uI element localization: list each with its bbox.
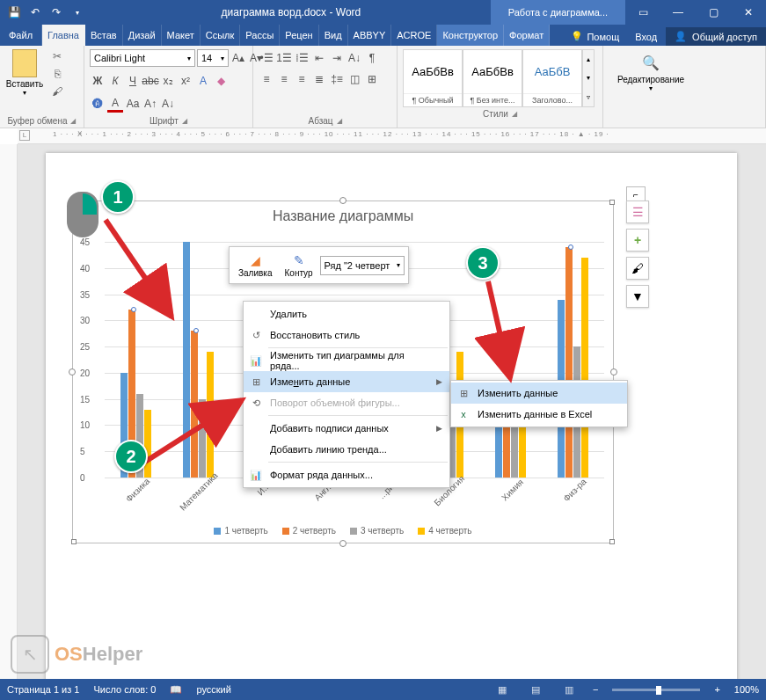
save-icon[interactable]: 💾: [7, 5, 21, 19]
paragraph-launcher-icon[interactable]: ◢: [337, 117, 342, 125]
italic-button[interactable]: К: [107, 72, 123, 90]
status-words[interactable]: Число слов: 0: [93, 684, 156, 695]
minimize-icon[interactable]: —: [660, 0, 696, 25]
tab-file[interactable]: Файл: [0, 25, 42, 46]
zoom-level[interactable]: 100%: [734, 684, 759, 695]
increase-indent-icon[interactable]: ⇥: [329, 49, 345, 67]
align-center-icon[interactable]: ≡: [276, 70, 292, 88]
status-language[interactable]: русский: [196, 684, 230, 695]
chart-styles-icon[interactable]: 🖌: [626, 257, 649, 280]
numbering-icon[interactable]: 1☰: [276, 49, 292, 67]
align-left-icon[interactable]: ≡: [259, 70, 274, 88]
tab-references[interactable]: Ссылк: [201, 25, 241, 46]
highlight-icon[interactable]: 🅐: [90, 95, 106, 113]
outline-button[interactable]: ✎ Контур: [280, 251, 318, 280]
redo-icon[interactable]: ↷: [49, 5, 63, 19]
paste-button[interactable]: Вставить ▾: [5, 49, 44, 97]
line-spacing-icon[interactable]: ‡≡: [329, 70, 345, 88]
resize-handle[interactable]: [610, 368, 617, 376]
style-heading1[interactable]: АаБбВ Заголово...: [522, 49, 582, 107]
zoom-slider[interactable]: [612, 689, 700, 691]
sign-in[interactable]: Вход: [626, 28, 666, 46]
status-page[interactable]: Страница 1 из 1: [7, 684, 79, 695]
ribbon-options-icon[interactable]: ▭: [625, 0, 660, 25]
chart-elements-icon[interactable]: +: [626, 229, 649, 252]
zoom-in-icon[interactable]: +: [714, 684, 719, 695]
sub-edit-data[interactable]: ⊞Изменить данные: [451, 383, 627, 404]
resize-handle[interactable]: [609, 539, 615, 544]
maximize-icon[interactable]: ▢: [696, 0, 731, 25]
view-print-icon[interactable]: ▤: [526, 682, 545, 697]
ctx-reset-style[interactable]: ↺Восстановить стиль: [244, 324, 449, 346]
series-selector[interactable]: Ряд "2 четверт▾: [320, 256, 405, 275]
font-size-selector[interactable]: 14▾: [197, 49, 229, 67]
grow-font2-icon[interactable]: A↑: [142, 95, 158, 113]
ctx-format-series[interactable]: 📊Формат ряда данных...: [244, 464, 449, 485]
bold-button[interactable]: Ж: [90, 72, 106, 90]
tab-mailings[interactable]: Рассы: [240, 25, 280, 46]
tab-view[interactable]: Вид: [319, 25, 348, 46]
shrink-font2-icon[interactable]: A↓: [160, 95, 176, 113]
resize-handle[interactable]: [71, 539, 77, 544]
clipboard-launcher-icon[interactable]: ◢: [70, 117, 76, 125]
tab-acrobat[interactable]: ACROE: [391, 25, 437, 46]
editing-dropdown[interactable]: 🔍 Редактирование ▾: [609, 49, 693, 92]
bullets-icon[interactable]: •☰: [259, 49, 274, 67]
text-effects-icon[interactable]: A: [195, 72, 211, 90]
grow-font-icon[interactable]: A▴: [230, 49, 246, 67]
style-no-spacing[interactable]: АаБбВв ¶ Без инте...: [463, 49, 522, 107]
styles-launcher-icon[interactable]: ◢: [512, 110, 517, 118]
font-launcher-icon[interactable]: ◢: [182, 117, 187, 125]
underline-button[interactable]: Ч: [125, 72, 141, 90]
borders-icon[interactable]: ⊞: [364, 70, 380, 88]
ctx-delete[interactable]: Удалить: [244, 303, 449, 324]
font-name-selector[interactable]: Calibri Light▾: [90, 49, 195, 67]
justify-icon[interactable]: ≣: [311, 70, 327, 88]
tell-me[interactable]: 💡Помощ: [564, 27, 626, 46]
chart-legend[interactable]: 1 четверть2 четверть3 четверть4 четверть: [73, 526, 613, 536]
fill-button[interactable]: ◢ Заливка: [233, 251, 278, 280]
share-button[interactable]: 👤Общий доступ: [666, 27, 766, 46]
copy-icon[interactable]: ⎘: [49, 67, 65, 81]
decrease-indent-icon[interactable]: ⇤: [311, 49, 327, 67]
status-proofing-icon[interactable]: 📖: [170, 684, 182, 696]
tab-abbyy[interactable]: ABBYY: [348, 25, 392, 46]
tab-layout[interactable]: Макет: [162, 25, 201, 46]
change-case-icon[interactable]: Aa: [125, 95, 141, 113]
tab-chart-format[interactable]: Формат: [504, 25, 550, 46]
view-read-icon[interactable]: ▦: [492, 682, 512, 697]
multilevel-icon[interactable]: ⁞☰: [294, 49, 310, 67]
sub-edit-excel[interactable]: xИзменить данные в Excel: [451, 404, 627, 425]
resize-handle[interactable]: [69, 368, 76, 376]
tab-review[interactable]: Рецен: [280, 25, 318, 46]
ctx-data-labels[interactable]: Добавить подписи данных▶: [244, 418, 449, 439]
styles-gallery-scroll[interactable]: ▴▾▿: [582, 49, 595, 107]
align-right-icon[interactable]: ≡: [294, 70, 310, 88]
ctx-trendline[interactable]: Добавить линию тренда...: [244, 439, 449, 460]
ruler-horizontal[interactable]: L 1 · · · Ӿ · · · 1 · · · 2 · · · 3 · · …: [18, 128, 766, 144]
undo-icon[interactable]: ↶: [28, 5, 42, 19]
tab-home[interactable]: Главна: [42, 25, 85, 46]
tab-insert[interactable]: Встав: [85, 25, 123, 46]
resize-handle[interactable]: [339, 197, 347, 204]
ctx-edit-data[interactable]: ⊞Изменить данные▶: [244, 371, 449, 392]
style-normal[interactable]: АаБбВв ¶ Обычный: [403, 49, 463, 107]
chart-title[interactable]: Название диаграммы: [73, 201, 613, 231]
subscript-button[interactable]: x₂: [160, 72, 176, 90]
resize-handle[interactable]: [609, 200, 615, 205]
strike-button[interactable]: abc: [142, 72, 158, 90]
zoom-out-icon[interactable]: −: [593, 684, 598, 695]
superscript-button[interactable]: x²: [178, 72, 193, 90]
clear-format-icon[interactable]: ◆: [213, 72, 229, 90]
tab-design[interactable]: Дизай: [123, 25, 162, 46]
close-icon[interactable]: ✕: [731, 0, 766, 25]
ruler-vertical[interactable]: [0, 144, 18, 679]
cut-icon[interactable]: ✂: [49, 49, 65, 63]
view-web-icon[interactable]: ▥: [559, 682, 579, 697]
resize-handle[interactable]: [339, 540, 347, 547]
qat-dropdown-icon[interactable]: ▾: [70, 5, 84, 19]
format-painter-icon[interactable]: 🖌: [49, 84, 65, 98]
chart-filters-icon[interactable]: ▼: [626, 285, 649, 308]
ctx-change-chart-type[interactable]: 📊Изменить тип диаграммы для ряда...: [244, 350, 449, 371]
sort-icon[interactable]: A↓: [347, 49, 362, 67]
